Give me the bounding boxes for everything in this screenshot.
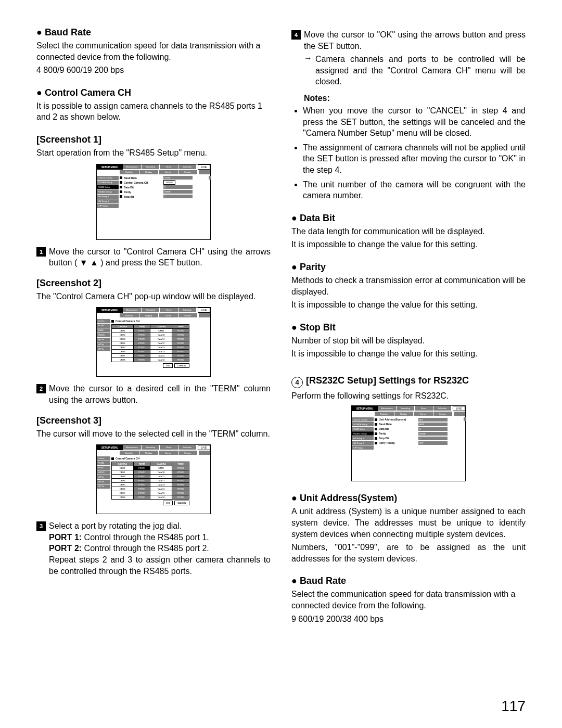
screenshot-3-panel: SETUP MENU MaintenanceRecordingEventSche… xyxy=(96,444,211,514)
sidebar-item: NW Set xyxy=(97,475,110,479)
sidebar-item: NW Setup 2 xyxy=(352,441,374,445)
baud-rate-desc: Select the communication speed for data … xyxy=(36,40,271,62)
tab-item: System xyxy=(178,451,198,455)
tab-item: System xyxy=(178,313,198,317)
baud-rate-2-p1: Select the communication speed for data … xyxy=(291,589,526,611)
setting-value: 1 xyxy=(163,195,193,198)
tabs-bottom: SwitcherDisplayCommSystem xyxy=(120,170,198,175)
setting-row: ParityNONE xyxy=(120,190,209,194)
step-4-marker: 4 xyxy=(291,30,301,40)
stop-bit-p1: Number of stop bit will be displayed. xyxy=(291,335,526,347)
ok-button: O K xyxy=(163,501,173,505)
tab-item: Event xyxy=(160,445,178,450)
heading-rs232c: 4[RS232C Setup] Settings for RS232C xyxy=(291,375,526,388)
screenshot-1-panel: SETUP MENU MaintenanceRecordingEventSche… xyxy=(96,164,211,240)
setting-value: 9600 xyxy=(418,423,448,426)
live-indicator: LIVE xyxy=(198,164,210,170)
tab-item: System xyxy=(433,412,453,416)
tab-item: Maintenance xyxy=(123,445,141,450)
tab-item: Comm xyxy=(159,313,178,317)
sidebar-item: PS.DATA Setup xyxy=(352,422,374,426)
setting-value: 001 xyxy=(418,418,448,422)
baud-rate-values: 4 800/9 600/19 200 bps xyxy=(36,65,271,76)
heading-unit-address: Unit Address(System) xyxy=(291,493,526,504)
tab-item: Switcher xyxy=(120,451,139,455)
notes-list: When you move the cursor to "CANCEL" in … xyxy=(303,105,526,201)
tab-item: Maintenance xyxy=(123,308,141,312)
sidebar-item: RS232C xyxy=(97,470,110,475)
setting-row: Stop Bit1 xyxy=(375,436,464,440)
screenshot-rs232c-panel: SETUP MENU MaintenanceRecordingEventSche… xyxy=(351,405,466,481)
sidebar-item: NTP Se xyxy=(97,484,110,489)
setting-row: Retry TimingOFF xyxy=(375,441,464,445)
screenshot-2-panel: SETUP MENU MaintenanceRecordingEventSche… xyxy=(96,307,211,377)
setup-menu-label: SETUP MENU xyxy=(97,308,123,313)
tab-item: Recording xyxy=(142,445,160,450)
ok-button: O K xyxy=(163,363,173,368)
tab-item: Display xyxy=(139,451,159,455)
cancel-button: CANCEL xyxy=(174,363,189,368)
sidebar-item: NW Set xyxy=(97,342,110,347)
rs232c-desc: Perform the following settings for RS232… xyxy=(291,390,526,402)
data-bit-p2: It is impossible to change the value for… xyxy=(291,239,526,250)
tab-item: Schedule xyxy=(178,308,197,312)
popup-title: Control Camera CH xyxy=(116,320,139,323)
tab-item: Maintenance xyxy=(378,406,396,411)
sidebar-item: RS485 Setup xyxy=(97,185,119,189)
sidebar-item: RS232C Setup xyxy=(352,431,374,436)
sidebar-item: Camera Control xyxy=(97,176,119,180)
tab-item: Comm xyxy=(159,451,178,455)
setting-value: 8 xyxy=(418,427,448,431)
heading-screenshot-2: [Screenshot 2] xyxy=(36,278,271,289)
setting-value: 8 xyxy=(163,185,193,189)
screenshot-2-desc: The "Control Camera CH" pop-up window wi… xyxy=(36,291,271,302)
ok-cancel-bar: O KCANCEL xyxy=(111,363,189,368)
popup-content: Control Camera CH CAMERATERMCAMERATERMCA… xyxy=(110,319,210,368)
sidebar-narrow: CameraPS.DATRS485 RS232CNW SetNW SetNTP … xyxy=(97,319,110,368)
setting-row: Unit Address(System)001 xyxy=(375,417,464,422)
stop-bit-p2: It is impossible to change the value for… xyxy=(291,348,526,360)
sidebar-item: NTP Setup xyxy=(97,204,119,208)
heading-data-bit: Data Bit xyxy=(291,213,526,224)
settings-content: Baud Rate19200Control Camera CHSETUPData… xyxy=(119,176,210,209)
sidebar-item: RS485 xyxy=(97,466,110,470)
step-2-text: Move the cursor to a desired cell in the… xyxy=(49,383,271,405)
tab-item: Schedule xyxy=(178,445,197,450)
arrow-icon: → xyxy=(304,54,312,87)
tab-item: Comm xyxy=(159,170,178,174)
section-4-marker: 4 xyxy=(291,377,303,388)
tab-item: Display xyxy=(139,170,159,174)
tab-item: Switcher xyxy=(375,412,394,416)
tab-item: Recording xyxy=(142,164,160,169)
control-camera-ch-desc: It is possible to assign camera channels… xyxy=(36,100,271,123)
screenshot-1-desc: Start operation from the "RS485 Setup" m… xyxy=(36,147,271,159)
heading-control-camera-ch: Control Camera CH xyxy=(36,87,271,98)
sidebar-item: NTP Setup xyxy=(352,445,374,450)
tab-item: Switcher xyxy=(120,170,139,174)
tabs-top: MaintenanceRecordingEventSchedule xyxy=(123,164,197,170)
camera-table: CAMERATERMCAMERATERMCAM1PORT1CAM9PORT2CA… xyxy=(111,462,189,500)
note-item: The assignment of camera channels will n… xyxy=(303,142,526,176)
tab-item: Comm xyxy=(414,412,433,416)
notes-heading: Notes: xyxy=(304,94,526,103)
heading-baud-rate-2: Baud Rate xyxy=(291,576,526,586)
step-3-marker: 3 xyxy=(36,521,46,531)
baud-rate-2-p2: 9 600/19 200/38 400 bps xyxy=(291,614,526,625)
sidebar-item: NW Set xyxy=(97,338,110,342)
sidebar-item: NW Setup 2 xyxy=(97,199,119,203)
sidebar-item: RS485 Setup xyxy=(352,427,374,431)
tab-item: System xyxy=(178,170,198,174)
setting-value: NONE xyxy=(418,432,448,436)
screenshot-3-desc: The cursor will move to the selected cel… xyxy=(36,428,271,440)
heading-screenshot-1: [Screenshot 1] xyxy=(36,134,271,145)
sidebar-item: NW Set xyxy=(97,480,110,484)
heading-baud-rate: Baud Rate xyxy=(36,27,271,38)
sidebar-item: Camera xyxy=(97,456,110,461)
tab-item: Switcher xyxy=(120,313,139,317)
right-column: 4 Move the cursor to "OK" using the arro… xyxy=(291,27,526,636)
step-4-result: Camera channels and ports to be controll… xyxy=(315,54,526,87)
tab-item: Recording xyxy=(142,308,160,312)
ok-cancel-bar: O KCANCEL xyxy=(111,501,189,505)
setting-row: ParityNONE xyxy=(375,431,464,436)
sidebar-item: NW Setup 1 xyxy=(97,195,119,199)
